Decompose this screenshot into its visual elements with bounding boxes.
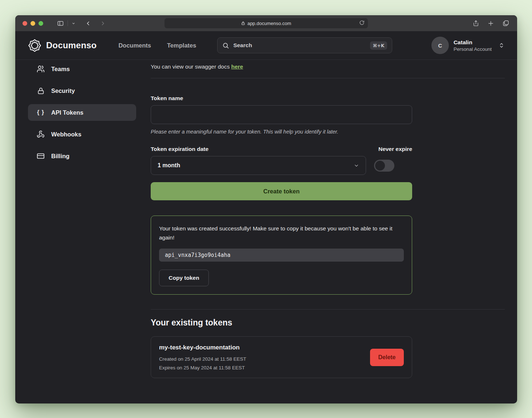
minimize-window-button[interactable]: [31, 21, 35, 26]
search-icon: [222, 42, 229, 49]
account-menu[interactable]: C Catalin Personal Account: [431, 37, 504, 54]
token-value-field[interactable]: api_vnxa7i3go9oi4aha: [159, 249, 404, 262]
section-divider: [151, 78, 505, 78]
token-created-date: Created on 25 April 2024 at 11:58 EEST: [159, 356, 246, 362]
section-divider: [151, 309, 505, 310]
sidebar-item-label: Teams: [51, 66, 70, 73]
expiration-selected-value: 1 month: [158, 162, 180, 169]
close-window-button[interactable]: [23, 21, 27, 26]
copy-token-button[interactable]: Copy token: [159, 270, 209, 286]
main-nav: Documents Templates: [118, 42, 196, 49]
search-placeholder: Search: [233, 42, 252, 49]
token-name-hint: Please enter a meaningful name for your …: [151, 129, 505, 135]
settings-sidebar: Teams Security { } API Tokens Webhooks: [28, 60, 136, 403]
sidebar-item-label: Billing: [51, 153, 69, 160]
credit-card-icon: [36, 152, 45, 160]
token-expiration-label: Token expiration date: [151, 146, 208, 152]
search-shortcut-badge: ⌘+K: [370, 41, 387, 50]
browser-window: app.documenso.com: [15, 15, 517, 403]
app-header: Documenso Documents Templates Search ⌘+K…: [15, 31, 517, 60]
sidebar-item-teams[interactable]: Teams: [28, 61, 136, 77]
avatar: C: [431, 37, 449, 54]
share-icon[interactable]: [473, 20, 479, 26]
brand-name: Documenso: [46, 40, 97, 50]
chevrons-up-down-icon: [499, 42, 504, 48]
zoom-window-button[interactable]: [38, 21, 43, 26]
sidebar-item-api-tokens[interactable]: { } API Tokens: [28, 104, 136, 121]
create-token-button[interactable]: Create token: [151, 182, 412, 200]
sidebar-item-label: Webhooks: [51, 131, 81, 138]
documenso-logo-icon: [28, 39, 41, 52]
window-controls: [23, 21, 43, 26]
token-list-item: my-test-key-documentation Created on 25 …: [151, 336, 412, 378]
address-bar[interactable]: app.documenso.com: [165, 18, 368, 28]
nav-documents[interactable]: Documents: [118, 42, 151, 49]
search-input[interactable]: Search ⌘+K: [217, 37, 392, 53]
sidebar-toggle-icon[interactable]: [57, 20, 64, 27]
reload-icon[interactable]: [359, 20, 365, 25]
user-account-type: Personal Account: [454, 46, 492, 52]
users-icon: [36, 65, 45, 73]
chevron-down-icon: [354, 163, 359, 168]
token-created-message: Your token was created successfully! Mak…: [159, 224, 404, 242]
toggle-knob: [375, 161, 385, 171]
token-name-input[interactable]: [151, 105, 412, 124]
webhook-icon: [36, 130, 45, 138]
back-button[interactable]: [85, 20, 91, 26]
token-name: my-test-key-documentation: [159, 344, 246, 351]
token-name-label: Token name: [151, 95, 505, 102]
nav-templates[interactable]: Templates: [167, 42, 196, 49]
lock-icon: [36, 87, 45, 95]
token-expires-date: Expires on 25 May 2024 at 11:58 EEST: [159, 365, 246, 370]
swagger-docs-line: You can view our swagger docs here: [151, 63, 505, 70]
expiration-select[interactable]: 1 month: [151, 156, 366, 175]
forward-button[interactable]: [100, 20, 106, 26]
tls-lock-icon: [241, 21, 245, 25]
sidebar-item-billing[interactable]: Billing: [28, 148, 136, 164]
sidebar-item-webhooks[interactable]: Webhooks: [28, 126, 136, 143]
api-tokens-page: You can view our swagger docs here Token…: [151, 60, 505, 403]
never-expire-toggle[interactable]: [374, 160, 394, 172]
tab-overview-icon[interactable]: [503, 20, 509, 26]
swagger-docs-link[interactable]: here: [231, 63, 243, 70]
user-name: Catalin: [454, 39, 492, 46]
swagger-text: You can view our swagger docs: [151, 63, 230, 70]
sidebar-item-security[interactable]: Security: [28, 82, 136, 99]
sidebar-item-label: API Tokens: [51, 109, 84, 116]
sidebar-item-label: Security: [51, 87, 75, 94]
braces-icon: { }: [36, 109, 45, 116]
new-tab-icon[interactable]: [488, 20, 494, 26]
never-expire-label: Never expire: [378, 146, 412, 152]
toolbar-separator: [68, 20, 68, 26]
existing-tokens-heading: Your existing tokens: [151, 318, 505, 328]
delete-token-button[interactable]: Delete: [370, 349, 404, 366]
url-text: app.documenso.com: [247, 21, 291, 26]
tab-dropdown-chevron-icon[interactable]: [72, 21, 76, 25]
brand[interactable]: Documenso: [28, 39, 97, 52]
browser-titlebar: app.documenso.com: [15, 15, 517, 31]
token-created-panel: Your token was created successfully! Mak…: [151, 216, 412, 295]
